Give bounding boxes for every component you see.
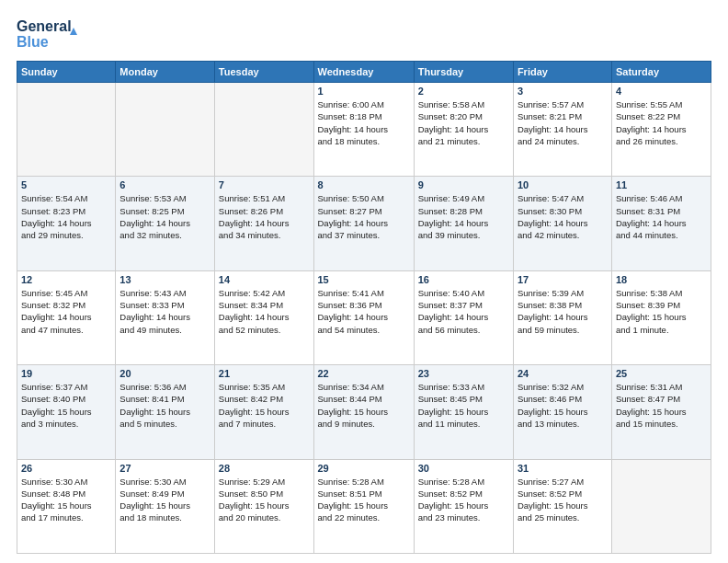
week-row-3: 19Sunrise: 5:37 AM Sunset: 8:40 PM Dayli… [17, 365, 711, 459]
header-monday: Monday [116, 62, 214, 83]
calendar-cell: 28Sunrise: 5:29 AM Sunset: 8:50 PM Dayli… [214, 459, 313, 553]
day-number: 3 [518, 86, 608, 97]
header-thursday: Thursday [414, 62, 513, 83]
day-number: 12 [21, 274, 111, 285]
day-info: Sunrise: 5:31 AM Sunset: 8:47 PM Dayligh… [616, 381, 707, 430]
day-info: Sunrise: 5:28 AM Sunset: 8:52 PM Dayligh… [418, 476, 509, 524]
calendar-cell: 7Sunrise: 5:51 AM Sunset: 8:26 PM Daylig… [214, 177, 313, 270]
header-tuesday: Tuesday [214, 62, 313, 83]
day-info: Sunrise: 5:53 AM Sunset: 8:25 PM Dayligh… [119, 192, 210, 241]
calendar-cell [214, 83, 313, 177]
day-info: Sunrise: 5:50 AM Sunset: 8:27 PM Dayligh… [318, 192, 410, 241]
calendar-cell: 17Sunrise: 5:39 AM Sunset: 8:38 PM Dayli… [513, 270, 611, 364]
day-info: Sunrise: 5:37 AM Sunset: 8:40 PM Dayligh… [21, 381, 111, 430]
calendar-cell: 14Sunrise: 5:42 AM Sunset: 8:34 PM Dayli… [214, 270, 313, 364]
header-saturday: Saturday [611, 62, 711, 83]
day-info: Sunrise: 5:49 AM Sunset: 8:28 PM Dayligh… [418, 192, 509, 241]
calendar-cell [17, 83, 116, 177]
day-info: Sunrise: 5:43 AM Sunset: 8:33 PM Dayligh… [119, 287, 210, 336]
day-info: Sunrise: 5:34 AM Sunset: 8:44 PM Dayligh… [318, 381, 410, 430]
day-number: 2 [418, 86, 509, 97]
day-info: Sunrise: 5:42 AM Sunset: 8:34 PM Dayligh… [219, 287, 310, 336]
calendar-cell: 22Sunrise: 5:34 AM Sunset: 8:44 PM Dayli… [313, 365, 414, 459]
day-info: Sunrise: 5:35 AM Sunset: 8:42 PM Dayligh… [219, 381, 310, 430]
week-row-4: 26Sunrise: 5:30 AM Sunset: 8:48 PM Dayli… [17, 459, 711, 553]
day-info: Sunrise: 6:00 AM Sunset: 8:18 PM Dayligh… [318, 98, 410, 147]
day-info: Sunrise: 5:41 AM Sunset: 8:36 PM Dayligh… [318, 287, 410, 336]
calendar-cell: 30Sunrise: 5:28 AM Sunset: 8:52 PM Dayli… [414, 459, 513, 553]
calendar-cell: 2Sunrise: 5:58 AM Sunset: 8:20 PM Daylig… [414, 83, 513, 177]
day-number: 13 [119, 274, 210, 285]
day-info: Sunrise: 5:29 AM Sunset: 8:50 PM Dayligh… [219, 476, 310, 524]
calendar-cell: 11Sunrise: 5:46 AM Sunset: 8:31 PM Dayli… [611, 177, 711, 270]
day-number: 14 [219, 274, 310, 285]
day-number: 18 [616, 274, 707, 285]
day-info: Sunrise: 5:36 AM Sunset: 8:41 PM Dayligh… [119, 381, 210, 430]
calendar-cell: 16Sunrise: 5:40 AM Sunset: 8:37 PM Dayli… [414, 270, 513, 364]
day-info: Sunrise: 5:40 AM Sunset: 8:37 PM Dayligh… [418, 287, 509, 336]
day-info: Sunrise: 5:39 AM Sunset: 8:38 PM Dayligh… [518, 287, 608, 336]
day-number: 1 [318, 86, 410, 97]
day-info: Sunrise: 5:33 AM Sunset: 8:45 PM Dayligh… [418, 381, 509, 430]
page: General Blue SundayMondayTuesdayWednesda… [0, 0, 728, 563]
day-info: Sunrise: 5:38 AM Sunset: 8:39 PM Dayligh… [616, 287, 707, 336]
calendar-cell: 10Sunrise: 5:47 AM Sunset: 8:30 PM Dayli… [513, 177, 611, 270]
day-number: 24 [518, 368, 608, 379]
calendar-cell: 31Sunrise: 5:27 AM Sunset: 8:52 PM Dayli… [513, 459, 611, 553]
calendar-cell: 3Sunrise: 5:57 AM Sunset: 8:21 PM Daylig… [513, 83, 611, 177]
header-wednesday: Wednesday [313, 62, 414, 83]
day-number: 7 [219, 179, 310, 190]
calendar-table: SundayMondayTuesdayWednesdayThursdayFrid… [17, 61, 711, 554]
day-number: 27 [119, 463, 210, 474]
calendar-cell: 29Sunrise: 5:28 AM Sunset: 8:51 PM Dayli… [313, 459, 414, 553]
calendar-cell: 5Sunrise: 5:54 AM Sunset: 8:23 PM Daylig… [17, 177, 116, 270]
day-info: Sunrise: 5:46 AM Sunset: 8:31 PM Dayligh… [616, 192, 707, 241]
week-row-1: 5Sunrise: 5:54 AM Sunset: 8:23 PM Daylig… [17, 177, 711, 270]
day-info: Sunrise: 5:58 AM Sunset: 8:20 PM Dayligh… [418, 98, 509, 147]
calendar-cell: 9Sunrise: 5:49 AM Sunset: 8:28 PM Daylig… [414, 177, 513, 270]
svg-text:General: General [17, 18, 72, 34]
day-info: Sunrise: 5:55 AM Sunset: 8:22 PM Dayligh… [616, 98, 707, 147]
logo-icon: General Blue [17, 15, 90, 53]
day-number: 6 [119, 179, 210, 190]
calendar-cell: 12Sunrise: 5:45 AM Sunset: 8:32 PM Dayli… [17, 270, 116, 364]
calendar-cell [116, 83, 214, 177]
day-number: 20 [119, 368, 210, 379]
day-info: Sunrise: 5:51 AM Sunset: 8:26 PM Dayligh… [219, 192, 310, 241]
day-number: 8 [318, 179, 410, 190]
day-number: 25 [616, 368, 707, 379]
calendar-cell: 8Sunrise: 5:50 AM Sunset: 8:27 PM Daylig… [313, 177, 414, 270]
logo: General Blue [17, 15, 90, 53]
calendar-cell: 6Sunrise: 5:53 AM Sunset: 8:25 PM Daylig… [116, 177, 214, 270]
day-number: 16 [418, 274, 509, 285]
day-number: 30 [418, 463, 509, 474]
day-info: Sunrise: 5:30 AM Sunset: 8:48 PM Dayligh… [21, 476, 111, 524]
week-row-2: 12Sunrise: 5:45 AM Sunset: 8:32 PM Dayli… [17, 270, 711, 364]
day-info: Sunrise: 5:47 AM Sunset: 8:30 PM Dayligh… [518, 192, 608, 241]
calendar-cell: 27Sunrise: 5:30 AM Sunset: 8:49 PM Dayli… [116, 459, 214, 553]
day-info: Sunrise: 5:54 AM Sunset: 8:23 PM Dayligh… [21, 192, 111, 241]
week-row-0: 1Sunrise: 6:00 AM Sunset: 8:18 PM Daylig… [17, 83, 711, 177]
day-info: Sunrise: 5:45 AM Sunset: 8:32 PM Dayligh… [21, 287, 111, 336]
calendar-cell: 21Sunrise: 5:35 AM Sunset: 8:42 PM Dayli… [214, 365, 313, 459]
day-info: Sunrise: 5:27 AM Sunset: 8:52 PM Dayligh… [518, 476, 608, 524]
calendar-cell: 20Sunrise: 5:36 AM Sunset: 8:41 PM Dayli… [116, 365, 214, 459]
day-number: 19 [21, 368, 111, 379]
day-number: 4 [616, 86, 707, 97]
calendar-cell: 18Sunrise: 5:38 AM Sunset: 8:39 PM Dayli… [611, 270, 711, 364]
day-number: 28 [219, 463, 310, 474]
svg-text:Blue: Blue [17, 34, 49, 50]
day-number: 26 [21, 463, 111, 474]
calendar-cell: 24Sunrise: 5:32 AM Sunset: 8:46 PM Dayli… [513, 365, 611, 459]
day-info: Sunrise: 5:30 AM Sunset: 8:49 PM Dayligh… [119, 476, 210, 524]
header-friday: Friday [513, 62, 611, 83]
day-info: Sunrise: 5:57 AM Sunset: 8:21 PM Dayligh… [518, 98, 608, 147]
day-number: 15 [318, 274, 410, 285]
day-info: Sunrise: 5:28 AM Sunset: 8:51 PM Dayligh… [318, 476, 410, 524]
calendar-cell [611, 459, 711, 553]
calendar-cell: 25Sunrise: 5:31 AM Sunset: 8:47 PM Dayli… [611, 365, 711, 459]
calendar-cell: 1Sunrise: 6:00 AM Sunset: 8:18 PM Daylig… [313, 83, 414, 177]
calendar-header-row: SundayMondayTuesdayWednesdayThursdayFrid… [17, 62, 711, 83]
day-number: 31 [518, 463, 608, 474]
header: General Blue [17, 15, 711, 53]
